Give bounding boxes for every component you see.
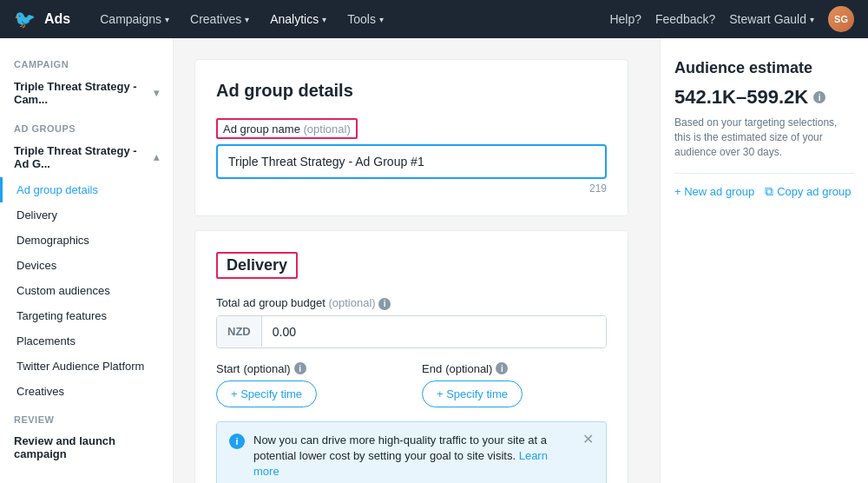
- start-info-icon: i: [294, 362, 306, 374]
- sidebar-item-creatives[interactable]: Creatives: [0, 379, 173, 404]
- budget-input[interactable]: [262, 316, 606, 347]
- avatar[interactable]: SG: [828, 6, 854, 32]
- chevron-down-icon: ▾: [165, 15, 169, 24]
- sidebar-item-tap[interactable]: Twitter Audience Platform: [0, 354, 173, 379]
- time-row: Start (optional) i + Specify time End (o…: [216, 362, 607, 407]
- info-banner: i Now you can drive more high-quality tr…: [216, 421, 607, 484]
- sidebar-item-delivery[interactable]: Delivery: [0, 202, 173, 228]
- campaign-section-label: CAMPAIGN: [0, 52, 173, 73]
- new-ad-group-button[interactable]: + New ad group: [674, 184, 754, 199]
- close-banner-button[interactable]: ✕: [582, 433, 594, 447]
- page-layout: CAMPAIGN Triple Threat Strategy - Cam...…: [0, 38, 868, 483]
- chevron-down-icon: ▾: [379, 15, 384, 24]
- brand-label: Ads: [44, 11, 70, 27]
- adgroup-item[interactable]: Triple Threat Strategy - Ad G... ▴: [0, 137, 173, 177]
- info-banner-text: Now you can drive more high-quality traf…: [253, 433, 574, 480]
- field-label-wrapper: Ad group name (optional): [216, 118, 358, 139]
- end-specify-time-button[interactable]: + Specify time: [422, 380, 523, 407]
- nav-item-tools[interactable]: Tools ▾: [339, 7, 392, 31]
- main-content: Ad group details Ad group name (optional…: [174, 38, 660, 483]
- chevron-up-icon: ▴: [154, 151, 159, 163]
- field-label: Ad group name (optional): [223, 122, 351, 136]
- right-panel: Audience estimate 542.1K–599.2K i Based …: [660, 38, 868, 483]
- nav-item-analytics[interactable]: Analytics ▾: [261, 7, 335, 31]
- chevron-down-icon: ▾: [810, 15, 814, 24]
- divider: [674, 173, 854, 174]
- start-label: Start (optional) i: [216, 362, 401, 375]
- end-label: End (optional) i: [422, 362, 607, 375]
- currency-label: NZD: [217, 316, 262, 347]
- ad-group-details-card: Ad group details Ad group name (optional…: [194, 59, 628, 216]
- start-col: Start (optional) i + Specify time: [216, 362, 401, 407]
- feedback-link[interactable]: Feedback?: [655, 12, 715, 26]
- campaign-item[interactable]: Triple Threat Strategy - Cam... ▾: [0, 73, 173, 113]
- help-link[interactable]: Help?: [609, 12, 641, 26]
- audience-desc: Based on your targeting selections, this…: [674, 116, 854, 159]
- adgroups-section-label: AD GROUPS: [0, 113, 173, 137]
- top-nav: 🐦 Ads Campaigns ▾ Creatives ▾ Analytics …: [0, 0, 868, 38]
- budget-row: Total ad group budget (optional) i NZD: [216, 296, 607, 348]
- copy-icon: ⧉: [765, 184, 773, 199]
- sidebar: CAMPAIGN Triple Threat Strategy - Cam...…: [0, 38, 174, 483]
- delivery-heading-box: Delivery: [216, 252, 298, 279]
- card-title: Ad group details: [216, 81, 607, 101]
- brand[interactable]: 🐦 Ads: [14, 9, 70, 30]
- twitter-bird-icon: 🐦: [14, 9, 36, 30]
- review-launch[interactable]: Review and launch campaign: [0, 428, 173, 466]
- chevron-down-icon: ▾: [322, 15, 326, 24]
- start-specify-time-button[interactable]: + Specify time: [216, 380, 317, 407]
- char-count: 219: [216, 182, 607, 195]
- nav-item-creatives[interactable]: Creatives ▾: [181, 7, 258, 31]
- chevron-down-icon: ▾: [154, 87, 159, 99]
- budget-label: Total ad group budget (optional) i: [216, 296, 607, 310]
- sidebar-item-placements[interactable]: Placements: [0, 328, 173, 354]
- budget-info-icon: i: [378, 298, 391, 310]
- chevron-down-icon: ▾: [245, 15, 249, 24]
- sidebar-item-demographics[interactable]: Demographics: [0, 228, 173, 253]
- audience-estimate: 542.1K–599.2K i: [674, 86, 854, 109]
- delivery-card: Delivery Total ad group budget (optional…: [194, 230, 628, 483]
- sidebar-item-targeting-features[interactable]: Targeting features: [0, 303, 173, 328]
- review-section: REVIEW: [0, 404, 173, 428]
- end-col: End (optional) i + Specify time: [422, 362, 607, 407]
- sidebar-item-ad-group-details[interactable]: Ad group details: [0, 177, 173, 202]
- copy-ad-group-button[interactable]: ⧉ Copy ad group: [765, 184, 851, 199]
- nav-items: Campaigns ▾ Creatives ▾ Analytics ▾ Tool…: [91, 7, 609, 31]
- currency-input-wrapper: NZD: [216, 315, 607, 348]
- sidebar-item-custom-audiences[interactable]: Custom audiences: [0, 278, 173, 303]
- user-name[interactable]: Stewart Gauld ▾: [729, 12, 814, 26]
- end-info-icon: i: [496, 362, 508, 374]
- sidebar-item-devices[interactable]: Devices: [0, 253, 173, 278]
- info-banner-icon: i: [229, 433, 245, 449]
- nav-item-campaigns[interactable]: Campaigns ▾: [91, 7, 178, 31]
- ad-group-name-input[interactable]: [216, 144, 607, 179]
- audience-title: Audience estimate: [674, 59, 854, 77]
- estimate-info-icon: i: [813, 91, 825, 103]
- nav-right: Help? Feedback? Stewart Gauld ▾ SG: [609, 6, 854, 32]
- audience-actions: + New ad group ⧉ Copy ad group: [674, 184, 854, 199]
